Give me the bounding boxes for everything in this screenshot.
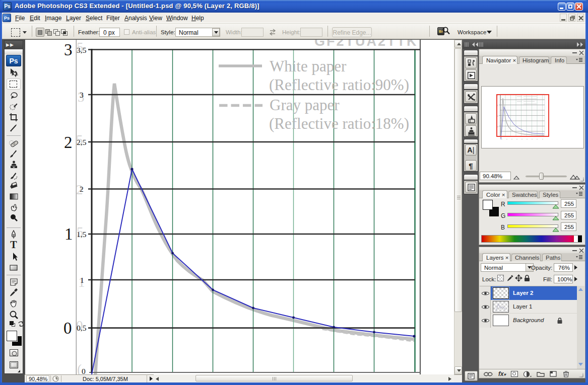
svg-text:2,5: 2,5 xyxy=(77,138,87,146)
svg-text:GF2TUA2TTK: GF2TUA2TTK xyxy=(314,40,418,49)
svg-text:1,5: 1,5 xyxy=(77,230,87,239)
svg-text:0,5: 0,5 xyxy=(77,324,87,332)
svg-text:2: 2 xyxy=(80,185,84,193)
svg-text:2: 2 xyxy=(64,133,73,151)
svg-text:(Reflective ratio:18%): (Reflective ratio:18%) xyxy=(269,115,409,132)
svg-text:White paper: White paper xyxy=(270,57,347,75)
svg-text:0: 0 xyxy=(63,319,72,337)
svg-text:0: 0 xyxy=(82,367,86,375)
svg-text:3,5: 3,5 xyxy=(77,46,87,54)
svg-text:1: 1 xyxy=(64,225,73,243)
svg-text:1: 1 xyxy=(80,276,84,284)
svg-text:(: ( xyxy=(77,362,82,374)
svg-text:Gray paper: Gray paper xyxy=(270,96,340,114)
svg-text:3: 3 xyxy=(80,91,84,99)
svg-text:3: 3 xyxy=(64,41,73,59)
svg-text:(Reflective ratio:90%): (Reflective ratio:90%) xyxy=(269,76,409,94)
